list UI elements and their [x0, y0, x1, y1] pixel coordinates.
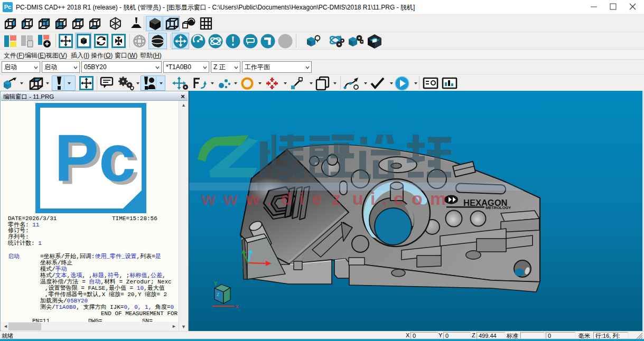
svg-text:o: o: [412, 188, 423, 209]
svg-text:i: i: [299, 188, 304, 209]
svg-text:w: w: [245, 188, 260, 209]
svg-text:z: z: [217, 291, 220, 297]
svg-text:i: i: [370, 188, 375, 209]
svg-text:w: w: [201, 188, 216, 209]
svg-text:METROLOGY: METROLOGY: [486, 205, 511, 210]
svg-text:z: z: [332, 188, 341, 209]
svg-text:.: .: [382, 188, 387, 209]
svg-text:.: .: [267, 188, 272, 209]
svg-text:u: u: [352, 188, 363, 209]
svg-text:e: e: [312, 188, 322, 209]
svg-text:w: w: [223, 188, 238, 209]
svg-text:m: m: [430, 188, 446, 209]
svg-text:d: d: [281, 188, 292, 209]
svg-text:Y: Y: [214, 281, 218, 287]
svg-text:c: c: [394, 188, 404, 209]
svg-text:x: x: [236, 304, 238, 309]
